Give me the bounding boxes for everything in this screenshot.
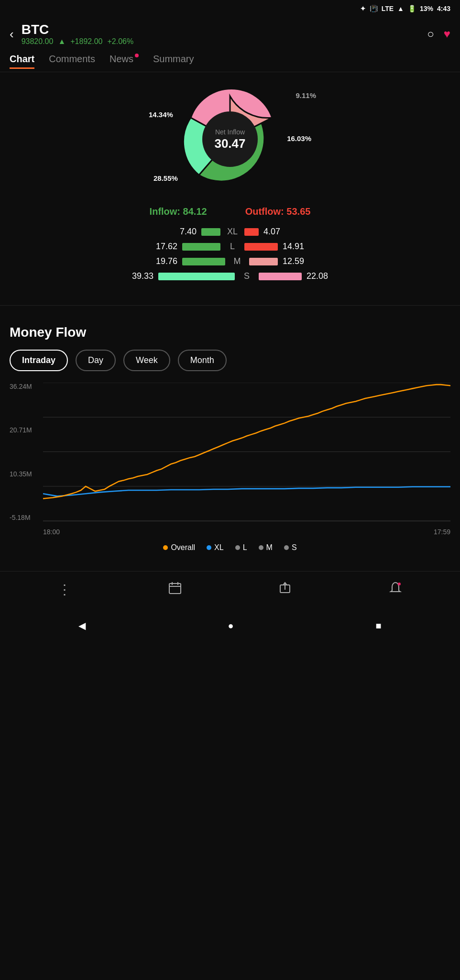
share-icon [278, 581, 292, 598]
flow-bars: 7.40 XL 4.07 17.62 L 14.91 19.76 [67, 222, 393, 286]
tab-comments[interactable]: Comments [49, 54, 95, 69]
bar-green-m [182, 258, 225, 265]
time-tab-week[interactable]: Week [123, 350, 170, 371]
x-label-start: 18:00 [43, 528, 60, 536]
flow-row-l: 17.62 L 14.91 [67, 242, 393, 252]
share-button[interactable] [278, 581, 292, 598]
chart-area: 36.24M 20.71M 10.35M -5.18M 18:00 17:59 [10, 383, 450, 536]
favorite-icon[interactable]: ♥ [444, 27, 450, 41]
chart-y-labels: 36.24M 20.71M 10.35M -5.18M [10, 383, 32, 536]
outflow-summary: Outflow: 53.65 [245, 206, 311, 217]
section-divider [0, 305, 460, 306]
time-tabs: Intraday Day Week Month [10, 350, 450, 371]
nav-recent-button[interactable]: ■ [375, 620, 381, 631]
battery-icon: 🔋 [408, 5, 416, 12]
battery-label: 13% [420, 5, 433, 12]
search-icon[interactable]: ○ [427, 27, 434, 41]
legend-m: M [259, 543, 273, 552]
legend-dot-xl [207, 545, 211, 550]
flow-row-m: 19.76 M 12.59 [67, 256, 393, 266]
legend-dot-s [284, 545, 289, 550]
price-arrow: ▲ [58, 37, 66, 46]
chart-svg [43, 383, 450, 521]
bar-red-l [244, 243, 278, 251]
chart-legend: Overall XL L M S [10, 543, 450, 552]
bar-red-m [249, 258, 278, 265]
chart-x-labels: 18:00 17:59 [43, 528, 450, 536]
more-icon: ⋮ [58, 582, 71, 597]
svg-text:30.47: 30.47 [214, 136, 245, 151]
y-label-3: 10.35M [10, 470, 32, 478]
bluetooth-icon: ✦ [360, 5, 366, 12]
pct-bottom-left: 28.55% [153, 174, 178, 182]
bar-red-xl [244, 228, 259, 236]
nav-tabs: Chart Comments News Summary [0, 51, 460, 72]
legend-dot-overall [163, 545, 168, 550]
pct-top-right: 9.11% [296, 91, 316, 99]
calendar-icon [168, 581, 182, 598]
back-button[interactable]: ‹ [10, 27, 14, 42]
money-flow-title: Money Flow [10, 325, 450, 340]
y-label-4: -5.18M [10, 514, 32, 521]
legend-dot-m [259, 545, 263, 550]
nav-back-button[interactable]: ◀ [78, 620, 86, 631]
signal-icon: ▲ [397, 5, 404, 12]
legend-xl: XL [207, 543, 224, 552]
price-label: 93820.00 [22, 37, 54, 46]
money-flow-section: Money Flow Intraday Day Week Month 36.24… [0, 315, 460, 562]
alert-icon [389, 581, 402, 598]
lte-label: LTE [382, 5, 394, 12]
ticker-label: BTC [22, 22, 133, 37]
nav-home-button[interactable]: ● [228, 620, 233, 631]
change-pct-label: +2.06% [107, 37, 133, 46]
bar-green-s [158, 273, 235, 280]
legend-dot-l [235, 545, 240, 550]
btc-info: BTC 93820.00 ▲ +1892.00 +2.06% [22, 22, 133, 46]
android-nav: ◀ ● ■ [0, 612, 460, 639]
bar-green-l [182, 243, 220, 251]
pct-left: 14.34% [149, 110, 173, 119]
bar-green-xl [201, 228, 220, 236]
time-tab-month[interactable]: Month [178, 350, 227, 371]
vibrate-icon: 📳 [370, 5, 378, 12]
bar-red-s [259, 273, 302, 280]
flow-summary: Inflow: 84.12 Outflow: 53.65 [150, 206, 311, 217]
calendar-button[interactable] [168, 581, 182, 598]
change-abs-label: +1892.00 [70, 37, 102, 46]
more-button[interactable]: ⋮ [58, 582, 71, 597]
time-tab-day[interactable]: Day [76, 350, 116, 371]
svg-rect-8 [169, 584, 181, 594]
flow-row-xl: 7.40 XL 4.07 [67, 227, 393, 237]
bottom-toolbar: ⋮ [0, 571, 460, 607]
y-label-1: 36.24M [10, 383, 32, 390]
pct-right: 16.03% [287, 134, 311, 143]
y-label-2: 20.71M [10, 426, 32, 434]
alert-button[interactable] [389, 581, 402, 598]
tab-summary[interactable]: Summary [153, 54, 194, 69]
tab-news[interactable]: News [110, 54, 139, 69]
svg-text:Net Inflow: Net Inflow [215, 128, 245, 136]
header: ‹ BTC 93820.00 ▲ +1892.00 +2.06% ○ ♥ [0, 17, 460, 51]
flow-row-s: 39.33 S 22.08 [67, 271, 393, 281]
legend-l: L [235, 543, 247, 552]
donut-chart-section: 9.11% 14.34% 28.55% 16.03% Net Inflow 30… [0, 72, 460, 296]
legend-s: S [284, 543, 297, 552]
time-label: 4:43 [437, 5, 450, 12]
svg-point-15 [398, 583, 401, 585]
inflow-summary: Inflow: 84.12 [150, 206, 207, 217]
status-bar: ✦ 📳 LTE ▲ 🔋 13% 4:43 [0, 0, 460, 17]
legend-overall: Overall [163, 543, 195, 552]
time-tab-intraday[interactable]: Intraday [10, 350, 68, 371]
x-label-end: 17:59 [434, 528, 450, 536]
tab-chart[interactable]: Chart [10, 54, 34, 69]
